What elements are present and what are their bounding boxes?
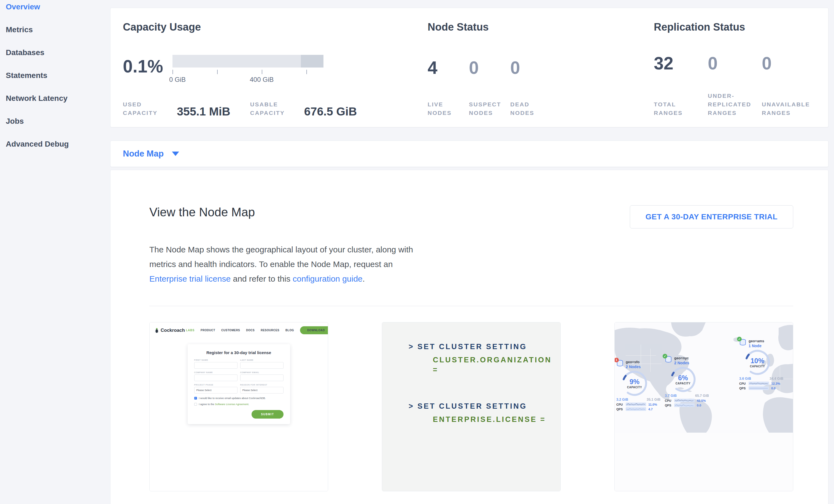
sidebar-item-advanced-debug[interactable]: Advanced Debug	[6, 140, 110, 148]
capacity-usage-section: Capacity Usage 0.1% 0 GiB 400 GiB	[123, 21, 427, 117]
unavailable-ranges-label: UNAVAILABLE RANGES	[762, 100, 813, 117]
description-text: .	[363, 274, 365, 283]
total-ranges-label: TOTAL RANGES	[654, 100, 687, 117]
tick-mark	[262, 70, 262, 74]
qps-value: 0.0	[697, 404, 701, 407]
sidebar-item-metrics[interactable]: Metrics	[6, 26, 110, 34]
step2-card: > SET CLUSTER SETTING CLUSTER.ORGANIZATI…	[382, 322, 561, 491]
cpu-label: CPU	[616, 403, 626, 406]
locality-label: geo=ams	[749, 339, 764, 343]
view-selector[interactable]: Node Map	[110, 140, 829, 167]
tick-label-0gib: 0 GiB	[169, 76, 186, 84]
sidebar-nav-list: Overview Metrics Databases Statements Ne…	[6, 3, 110, 148]
sidebar-item-network-latency[interactable]: Network Latency	[6, 94, 110, 103]
qps-value: 4.7	[648, 408, 653, 411]
node-map-thumbnail: 1 geo=sfo 2 Nodes	[615, 323, 793, 491]
capacity-bar-ticks: 0 GiB 400 GiB	[173, 67, 324, 80]
capacity-used: 3.7 GiB	[665, 394, 677, 398]
brand-suffix: LABS	[186, 329, 195, 332]
enterprise-trial-license-link[interactable]: Enterprise trial license	[149, 274, 231, 283]
qps-value: 0.0	[771, 387, 775, 390]
view-selector-label[interactable]: Node Map	[123, 149, 164, 159]
live-nodes-label: LIVE NODES	[427, 100, 461, 117]
replication-labels: TOTAL RANGES UNDER-REPLICATED RANGES UNA…	[654, 91, 816, 117]
cpu-label: CPU	[739, 382, 749, 385]
description-text: The Node Map shows the geographical layo…	[149, 245, 413, 269]
suspect-nodes-label: SUSPECT NODES	[469, 100, 506, 117]
tick-mark	[173, 70, 173, 74]
node-count: 1 Node	[749, 344, 764, 348]
cpu-sparkline	[626, 402, 646, 406]
text-input	[194, 374, 238, 381]
qps-sparkline	[674, 403, 695, 407]
cpu-sparkline	[674, 399, 695, 402]
under-replicated-ranges-value: 0	[708, 54, 762, 72]
suspect-nodes-value: 0	[469, 59, 510, 76]
thumbnail-nav-product: PRODUCT	[201, 329, 215, 332]
field-label: LAST NAME	[240, 359, 284, 361]
sidebar-item-overview[interactable]: Overview	[6, 3, 110, 11]
qps-label: QPS	[616, 408, 626, 411]
field-label: COMPANY NAME	[194, 371, 238, 374]
cpu-value: 11.0%	[648, 403, 657, 406]
capacity-gauge: 10% CAPACITY	[744, 349, 771, 376]
capacity-caption: CAPACITY	[676, 382, 690, 385]
capacity-total: 34.4 GiB	[770, 377, 783, 380]
step1-card: Cockroach LABS PRODUCT CUSTOMERS DOCS RE…	[149, 322, 328, 491]
qps-label: QPS	[665, 404, 674, 407]
select-input: Please Select	[240, 387, 284, 394]
capacity-stats: USED CAPACITY 355.1 MiB USABLE CAPACITY …	[123, 100, 427, 117]
page-title: View the Node Map	[149, 205, 255, 219]
map-node-sfo: 1 geo=sfo 2 Nodes	[616, 360, 660, 411]
sidebar-item-statements[interactable]: Statements	[6, 71, 110, 80]
capacity-bar-segment	[301, 55, 324, 67]
capacity-caption: CAPACITY	[627, 386, 642, 389]
dead-nodes-value: 0	[510, 59, 552, 76]
text-input	[194, 362, 238, 369]
software-license-link: Software License Agreement.	[215, 402, 249, 406]
cockroach-icon	[155, 328, 159, 333]
map-node-nyc: ✓ geo=nyc 2 Nodes	[665, 356, 709, 407]
sql-line: > SET CLUSTER SETTING	[409, 401, 561, 411]
replication-status-title: Replication Status	[654, 21, 816, 33]
capacity-used: 3.2 GiB	[616, 398, 628, 401]
map-node-ams: ✓ geo=ams 1 Node	[739, 339, 783, 390]
thumbnail-register-form: Register for a 30-day trial license FIRS…	[188, 344, 290, 424]
qps-label: QPS	[739, 387, 749, 390]
configuration-guide-link[interactable]: configuration guide	[292, 274, 363, 283]
unavailable-ranges-value: 0	[762, 54, 816, 72]
step1-caption: Step 1: Get a trial license delivered st…	[150, 491, 328, 491]
checkbox-checked-icon: ✓	[194, 397, 197, 399]
step2-caption: Step 2: Activate the trial license with …	[382, 491, 561, 491]
usable-capacity-stat: USABLE CAPACITY 676.5 GiB	[250, 100, 357, 117]
node-map-description: The Node Map shows the geographical layo…	[149, 242, 421, 286]
sidebar-item-databases[interactable]: Databases	[6, 48, 110, 57]
trial-registration-thumbnail: Cockroach LABS PRODUCT CUSTOMERS DOCS RE…	[150, 323, 328, 491]
tick-label-400gib: 400 GiB	[250, 76, 274, 84]
enterprise-trial-button[interactable]: GET A 30-DAY ENTERPRISE TRIAL	[630, 205, 793, 228]
steps-row: Cockroach LABS PRODUCT CUSTOMERS DOCS RE…	[149, 322, 793, 491]
step3-caption: Step 3: Follow this guide to configure l…	[615, 491, 793, 491]
qps-sparkline	[626, 407, 646, 411]
step3-card: 1 geo=sfo 2 Nodes	[614, 322, 793, 491]
cockroach-labs-logo: Cockroach LABS	[155, 328, 195, 333]
sidebar-item-jobs[interactable]: Jobs	[6, 117, 110, 125]
capacity-gauge: 9% CAPACITY	[621, 370, 648, 396]
used-capacity-stat: USED CAPACITY 355.1 MiB	[123, 100, 231, 117]
usable-capacity-label: USABLE CAPACITY	[250, 100, 297, 117]
cpu-value: 12.3%	[771, 382, 780, 385]
used-capacity-value: 355.1 MiB	[177, 106, 231, 117]
total-ranges-value: 32	[654, 54, 708, 72]
register-form-title: Register for a 30-day trial license	[194, 350, 284, 355]
capacity-bar-track	[173, 55, 324, 67]
tick-mark	[217, 70, 218, 74]
sql-commands-thumbnail: > SET CLUSTER SETTING CLUSTER.ORGANIZATI…	[382, 323, 561, 491]
usable-capacity-value: 676.5 GiB	[304, 106, 357, 117]
capacity-bar: 0 GiB 400 GiB	[173, 55, 324, 80]
node-status-title: Node Status	[427, 21, 654, 33]
field-label: FIRST NAME	[194, 359, 238, 361]
dead-nodes-label: DEAD NODES	[510, 100, 543, 117]
replication-status-section: Replication Status 32 0 0 TOTAL RANGES U…	[654, 21, 816, 117]
capacity-percent: 9%	[630, 378, 639, 385]
chevron-down-icon[interactable]	[172, 152, 179, 156]
